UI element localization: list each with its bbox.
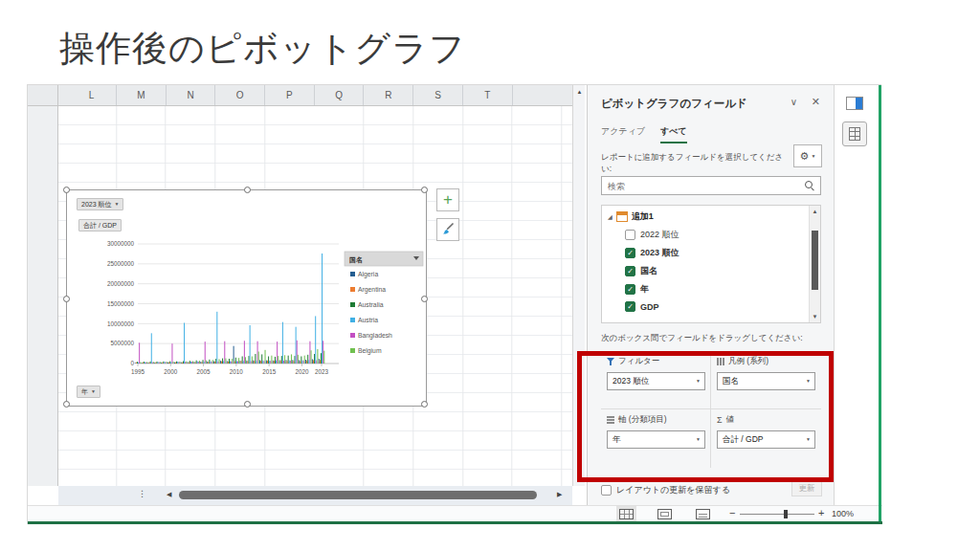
- column-header-O[interactable]: O: [215, 85, 265, 106]
- chevron-down-icon: ▼: [696, 431, 701, 448]
- svg-text:Austria: Austria: [358, 317, 378, 323]
- row-header-column[interactable]: [28, 106, 58, 486]
- scroll-up-icon[interactable]: ▲: [573, 89, 586, 95]
- collapse-pane-icon[interactable]: ∨: [791, 97, 797, 107]
- excel-screenshot: LMNOPQRST 300000002500000020000000150000…: [27, 84, 881, 524]
- defer-layout-row[interactable]: レイアウトの更新を保留する: [601, 484, 730, 496]
- chart-styles-button[interactable]: [436, 218, 459, 241]
- horizontal-scrollbar[interactable]: ⋮ ◀ ▶: [58, 486, 572, 505]
- chart-filter-label: 2023 順位: [81, 201, 112, 208]
- scroll-right-icon[interactable]: ▶: [557, 491, 562, 498]
- column-header-T[interactable]: T: [463, 85, 513, 106]
- resize-handle[interactable]: [63, 296, 70, 302]
- column-header-M[interactable]: M: [117, 85, 167, 106]
- svg-text:2023: 2023: [315, 368, 329, 375]
- drop-area-軸 (分類項目)[interactable]: 軸 (分類項目)年▼: [601, 409, 711, 468]
- drag-areas: フィルター2023 順位▼凡例 (系列)国名▼軸 (分類項目)年▼Σ値合計 / …: [601, 351, 821, 468]
- resize-handle[interactable]: [421, 187, 428, 193]
- field-label: 国名: [640, 265, 657, 277]
- column-headers[interactable]: LMNOPQRST: [58, 85, 572, 106]
- checkbox-icon[interactable]: ✓: [625, 284, 635, 295]
- zoom-slider-track[interactable]: [740, 514, 814, 515]
- field-pill-年[interactable]: 年▼: [607, 430, 705, 449]
- side-strip: [834, 85, 880, 505]
- svg-text:2005: 2005: [197, 368, 212, 375]
- checkbox-icon[interactable]: [625, 230, 635, 240]
- normal-view-icon[interactable]: [619, 509, 634, 519]
- tools-button[interactable]: ⚙ ▼: [793, 144, 822, 167]
- plus-icon: +: [443, 191, 453, 208]
- zoom-out-icon[interactable]: −: [729, 507, 735, 518]
- checkbox-icon[interactable]: ✓: [625, 248, 635, 258]
- scrollbar-thumb[interactable]: [179, 491, 537, 499]
- search-input[interactable]: 検索: [601, 176, 821, 195]
- column-header-P[interactable]: P: [265, 85, 315, 106]
- drop-area-値[interactable]: Σ値合計 / GDP▼: [711, 409, 821, 468]
- filter-funnel-icon: [607, 358, 614, 365]
- vertical-scrollbar[interactable]: ▲ ▼: [572, 85, 585, 486]
- svg-text:20000000: 20000000: [107, 280, 135, 287]
- resize-handle[interactable]: [244, 401, 251, 408]
- tab-all[interactable]: すべて: [660, 125, 687, 143]
- resize-handle[interactable]: [63, 187, 70, 193]
- resize-handle[interactable]: [421, 296, 428, 302]
- field-item-2023 順位[interactable]: ✓2023 順位: [625, 247, 679, 259]
- scroll-down-icon[interactable]: ▼: [573, 473, 586, 478]
- column-header-Q[interactable]: Q: [315, 85, 365, 106]
- field-item-2022 順位[interactable]: 2022 順位: [625, 229, 679, 241]
- field-pill-合計 / GDP[interactable]: 合計 / GDP▼: [717, 430, 815, 449]
- page-break-view-icon[interactable]: [696, 509, 710, 519]
- checkbox-icon[interactable]: [601, 485, 612, 496]
- update-button[interactable]: 更新: [791, 480, 822, 496]
- drop-area-フィルター[interactable]: フィルター2023 順位▼: [601, 351, 711, 409]
- field-item-GDP[interactable]: ✓GDP: [625, 301, 659, 312]
- svg-text:Argentina: Argentina: [358, 286, 386, 294]
- scroll-down-icon[interactable]: ▼: [810, 314, 820, 320]
- zoom-slider-thumb[interactable]: [784, 510, 788, 518]
- pivot-chart[interactable]: 3000000025000000200000001500000010000000…: [66, 189, 427, 407]
- chevron-down-icon: ▼: [115, 202, 120, 207]
- window-right-edge: [879, 85, 881, 521]
- field-label: 年: [640, 283, 649, 296]
- resize-handle[interactable]: [63, 401, 70, 408]
- splitter-dots-icon[interactable]: ⋮: [138, 489, 146, 498]
- field-item-年[interactable]: ✓年: [625, 283, 649, 296]
- scroll-up-icon[interactable]: ▲: [810, 209, 820, 214]
- expander-icon[interactable]: ◢: [608, 213, 612, 220]
- select-all-corner[interactable]: [28, 85, 58, 106]
- tab-active[interactable]: アクティブ: [601, 125, 645, 142]
- zoom-level[interactable]: 100%: [832, 509, 854, 518]
- chart-elements-button[interactable]: +: [436, 188, 459, 211]
- field-pill-国名[interactable]: 国名▼: [717, 372, 815, 390]
- column-header-N[interactable]: N: [167, 85, 216, 106]
- task-pane-icon[interactable]: [846, 97, 863, 110]
- zoom-in-icon[interactable]: +: [818, 507, 824, 518]
- field-label: 2022 順位: [640, 229, 679, 241]
- resize-handle[interactable]: [421, 401, 428, 408]
- field-pill-2023 順位[interactable]: 2023 順位▼: [607, 372, 705, 390]
- table-node[interactable]: ◢ 追加1: [608, 210, 654, 223]
- field-item-国名[interactable]: ✓国名: [625, 265, 657, 277]
- column-header-L[interactable]: L: [67, 85, 117, 106]
- page-layout-view-icon[interactable]: [657, 509, 672, 519]
- close-pane-icon[interactable]: ✕: [812, 96, 820, 108]
- checkbox-icon[interactable]: ✓: [625, 266, 635, 276]
- drag-fields-text: 次のボックス間でフィールドをドラッグしてください:: [601, 333, 803, 344]
- drop-area-title: 凡例 (系列): [728, 356, 768, 367]
- checkbox-icon[interactable]: ✓: [625, 301, 635, 312]
- drop-area-凡例 (系列)[interactable]: 凡例 (系列)国名▼: [711, 351, 821, 409]
- column-header-S[interactable]: S: [413, 85, 463, 106]
- chevron-down-icon: ▼: [91, 389, 96, 394]
- field-list-scrollbar[interactable]: ▲ ▼: [809, 206, 820, 322]
- svg-text:Australia: Australia: [358, 301, 384, 308]
- chart-axis-button[interactable]: 年 ▼: [77, 386, 100, 398]
- column-header-R[interactable]: R: [365, 85, 414, 106]
- resize-handle[interactable]: [244, 187, 251, 193]
- chart-filter-button[interactable]: 2023 順位 ▼: [77, 198, 123, 210]
- scroll-left-icon[interactable]: ◀: [167, 491, 171, 498]
- field-pill-label: 2023 順位: [612, 376, 649, 386]
- gear-icon: ⚙: [800, 150, 810, 163]
- scrollbar-thumb[interactable]: [812, 231, 818, 290]
- field-list[interactable]: ◢ 追加1 ▲ ▼ 2022 順位✓2023 順位✓国名✓年✓GDP: [601, 205, 821, 323]
- field-list-toggle-button[interactable]: [842, 121, 867, 146]
